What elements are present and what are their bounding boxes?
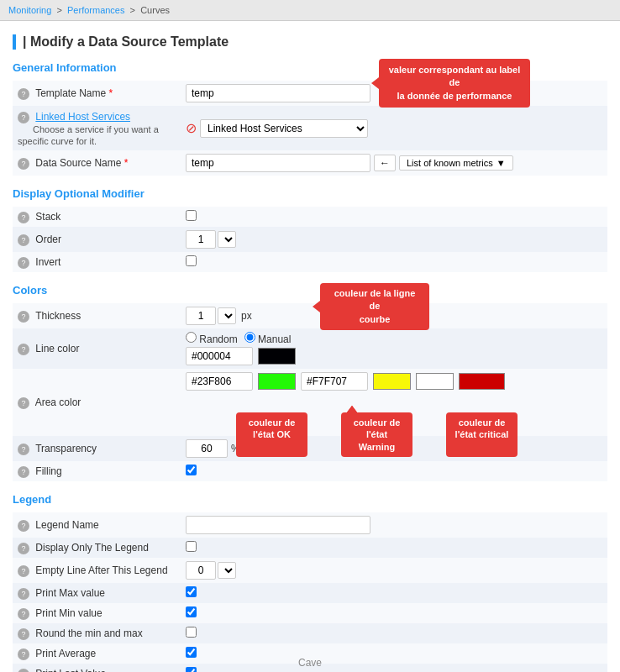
- legend-name-input[interactable]: [186, 516, 370, 534]
- area-color-ok-block[interactable]: [258, 373, 296, 390]
- thickness-help-icon[interactable]: ?: [18, 311, 29, 323]
- manual-radio-label[interactable]: Manual: [244, 332, 292, 345]
- linked-host-select[interactable]: Linked Host Services: [200, 119, 368, 138]
- area-color-label: Area color: [35, 396, 81, 408]
- manual-label-text: Manual: [258, 333, 291, 345]
- ok-state-callout: couleur de l'état OK: [236, 412, 307, 457]
- empty-line-help-icon[interactable]: ?: [18, 565, 29, 577]
- print-max-help-icon[interactable]: ?: [18, 588, 29, 600]
- print-average-checkbox[interactable]: [186, 647, 197, 658]
- invert-label: Invert: [35, 256, 60, 268]
- round-min-max-help-icon[interactable]: ?: [18, 628, 29, 640]
- datasource-name-input[interactable]: [186, 154, 370, 172]
- legend-name-help-icon[interactable]: ?: [18, 520, 29, 532]
- performance-label-callout: valeur correspondant au label de la donn…: [379, 59, 530, 108]
- area-color-warning-block[interactable]: [373, 373, 411, 390]
- colors-section-title: Colors: [13, 284, 607, 297]
- area-color-hex-input2[interactable]: [301, 372, 368, 391]
- template-name-input[interactable]: [186, 84, 370, 102]
- breadcrumb: Monitoring > Performances > Curves: [0, 0, 620, 21]
- known-metrics-dropdown-icon: ▼: [497, 158, 506, 168]
- round-min-max-checkbox[interactable]: [186, 627, 197, 638]
- print-average-help-icon[interactable]: ?: [18, 648, 29, 660]
- template-name-help-icon[interactable]: ?: [18, 88, 29, 100]
- area-color-hex-input1[interactable]: [186, 372, 253, 391]
- thickness-label: Thickness: [35, 310, 81, 322]
- manual-radio[interactable]: [244, 332, 255, 343]
- line-color-help-icon[interactable]: ?: [18, 344, 29, 355]
- breadcrumb-curves: Curves: [140, 5, 170, 15]
- area-color-help-icon[interactable]: ?: [18, 397, 29, 409]
- legend-name-label: Legend Name: [35, 519, 98, 531]
- breadcrumb-performances[interactable]: Performances: [67, 5, 124, 15]
- print-max-checkbox[interactable]: [186, 586, 197, 597]
- line-color-block[interactable]: [258, 348, 296, 365]
- thickness-select[interactable]: ▼: [218, 307, 236, 324]
- display-only-legend-help-icon[interactable]: ?: [18, 543, 29, 554]
- legend-section-title: Legend: [13, 493, 607, 506]
- area-color-white-block[interactable]: [416, 373, 454, 390]
- print-min-help-icon[interactable]: ?: [18, 608, 29, 620]
- invert-checkbox[interactable]: [186, 255, 197, 266]
- empty-line-select[interactable]: ▼: [218, 562, 236, 579]
- warning-state-callout: couleur de l'état Warning: [341, 412, 412, 457]
- empty-line-after-row: ? Empty Line After This Legend ▼: [13, 558, 607, 583]
- invert-row: ? Invert: [13, 252, 607, 272]
- round-min-max-row: ? Round the min and max: [13, 623, 607, 643]
- stack-checkbox[interactable]: [186, 210, 197, 221]
- empty-line-input[interactable]: [186, 561, 216, 580]
- stack-label: Stack: [35, 211, 60, 223]
- datasource-arrow-btn[interactable]: ←: [374, 155, 396, 171]
- datasource-help-icon[interactable]: ?: [18, 158, 29, 170]
- filling-checkbox[interactable]: [186, 465, 197, 475]
- random-radio[interactable]: [186, 332, 197, 343]
- line-color-label: Line color: [35, 343, 79, 354]
- print-min-label: Print Min value: [35, 607, 102, 619]
- filling-row: ? Filling: [13, 461, 607, 481]
- line-curve-callout: couleur de la ligne de courbe: [320, 283, 429, 330]
- transparency-label: Transparency: [35, 443, 97, 454]
- forbidden-icon: ⊘: [186, 120, 197, 136]
- datasource-name-label: Data Source Name: [35, 157, 121, 169]
- order-help-icon[interactable]: ?: [18, 234, 29, 246]
- display-only-legend-checkbox[interactable]: [186, 541, 197, 552]
- display-only-legend-row: ? Display Only The Legend: [13, 538, 607, 558]
- print-average-label: Print Average: [35, 648, 96, 659]
- legend-table: ? Legend Name ? Display Only The Legend …: [13, 512, 607, 672]
- datasource-required: *: [124, 157, 129, 169]
- print-min-checkbox[interactable]: [186, 606, 197, 617]
- linked-host-row: ? Linked Host Services Choose a service …: [13, 106, 607, 150]
- linked-host-help-icon[interactable]: ?: [18, 112, 29, 123]
- known-metrics-btn[interactable]: List of known metrics ▼: [399, 155, 513, 171]
- stack-help-icon[interactable]: ?: [18, 212, 29, 223]
- thickness-unit: px: [241, 310, 252, 322]
- print-max-row: ? Print Max value: [13, 583, 607, 603]
- order-select[interactable]: ▼: [218, 231, 236, 248]
- linked-host-desc: Choose a service if you want a specific …: [18, 124, 159, 146]
- line-color-row: ? Line color Random Manual: [13, 328, 607, 369]
- breadcrumb-monitoring[interactable]: Monitoring: [8, 5, 51, 15]
- print-last-checkbox[interactable]: [186, 667, 197, 672]
- round-min-max-label: Round the min and max: [35, 627, 142, 639]
- colors-table: ? Thickness ▼ px couleur de la ligne de …: [13, 303, 607, 481]
- transparency-help-icon[interactable]: ?: [18, 444, 29, 455]
- random-radio-label[interactable]: Random: [186, 332, 238, 345]
- filling-help-icon[interactable]: ?: [18, 466, 29, 478]
- template-name-row: ? Template Name * valeur correspondant a…: [13, 81, 607, 106]
- page-title: | Modify a Data Source Template: [13, 34, 607, 50]
- linked-host-label[interactable]: Linked Host Services: [35, 111, 130, 123]
- area-color-critical-block[interactable]: [459, 373, 505, 390]
- empty-line-after-label: Empty Line After This Legend: [35, 564, 167, 576]
- display-section-title: Display Optional Modifier: [13, 187, 607, 200]
- legend-name-row: ? Legend Name: [13, 512, 607, 538]
- print-last-help-icon[interactable]: ?: [18, 669, 29, 673]
- invert-help-icon[interactable]: ?: [18, 257, 29, 269]
- line-color-hex-input[interactable]: [186, 347, 253, 365]
- display-table: ? Stack ? Order ▼ ?: [13, 207, 607, 272]
- order-input[interactable]: [186, 230, 216, 249]
- template-name-label: Template Name: [35, 87, 106, 99]
- general-info-table: ? Template Name * valeur correspondant a…: [13, 81, 607, 176]
- thickness-input[interactable]: [186, 307, 216, 325]
- stack-row: ? Stack: [13, 207, 607, 227]
- known-metrics-label: List of known metrics: [407, 158, 493, 168]
